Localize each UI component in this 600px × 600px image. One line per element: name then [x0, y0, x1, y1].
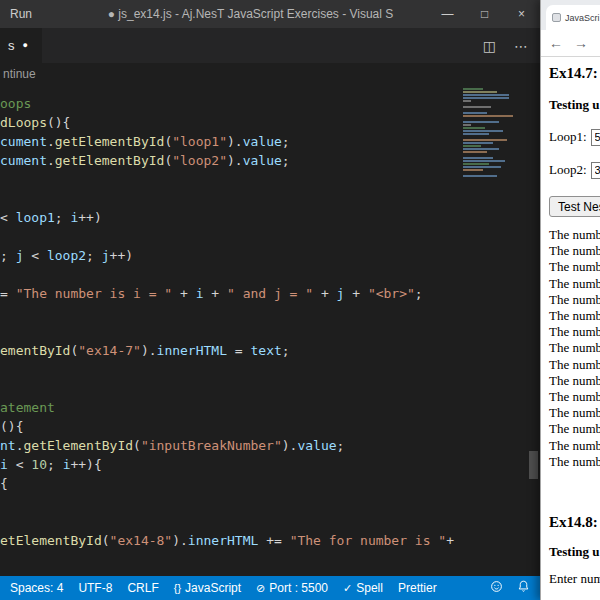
- browser-tab[interactable]: JavaScri: [546, 5, 600, 30]
- status-item-port-5500[interactable]: ⊘Port : 5500: [256, 581, 328, 595]
- code-line: [0, 170, 454, 189]
- maximize-button[interactable]: □: [466, 0, 503, 28]
- result-lines: The numbThe numbThe numbThe numbThe numb…: [549, 227, 600, 470]
- result-line: The numb: [549, 373, 600, 389]
- code-line: [0, 265, 454, 284]
- status-item-crlf[interactable]: CRLF: [127, 581, 158, 595]
- feedback-icon[interactable]: [490, 580, 503, 596]
- result-line: The numb: [549, 357, 600, 373]
- minimap-row: [463, 142, 493, 144]
- title-bar: Run ● js_ex14.js - Aj.NesT JavaScript Ex…: [0, 0, 540, 28]
- tab-favicon-icon: [552, 13, 561, 22]
- minimap-row: [463, 106, 491, 108]
- minimap[interactable]: [463, 88, 525, 178]
- code-line: ; j < loop2; j++): [0, 246, 454, 265]
- minimap-row: [463, 94, 509, 96]
- minimap-row: [463, 112, 487, 114]
- code-line: < loop1; i++): [0, 208, 454, 227]
- minimap-row: [463, 175, 497, 177]
- breadcrumb[interactable]: ntinue: [0, 63, 540, 85]
- minimap-row: [463, 148, 499, 150]
- bell-icon[interactable]: [517, 580, 530, 596]
- more-actions-icon[interactable]: ⋯: [514, 38, 528, 54]
- status-item-icon: ✓: [343, 582, 352, 595]
- minimap-row: [463, 145, 481, 147]
- minimize-button[interactable]: —: [429, 0, 466, 28]
- status-item-javascript[interactable]: {}JavaScript: [174, 581, 241, 595]
- loop1-label: Loop1:: [549, 129, 587, 145]
- result-line: The numb: [549, 454, 600, 470]
- code-line: [0, 303, 454, 322]
- prompt-text: Enter num: [549, 571, 600, 587]
- editor-scrollbar[interactable]: [529, 451, 538, 479]
- minimap-row: [463, 130, 503, 132]
- loop2-label: Loop2:: [549, 162, 587, 178]
- code-area: oopsdLoops(){cument.getElementById("loop…: [0, 94, 454, 550]
- minimap-row: [463, 163, 489, 165]
- minimap-row: [463, 157, 493, 159]
- minimap-row: [463, 121, 499, 123]
- tab-bar: s ● ◫ ⋯: [0, 28, 540, 63]
- result-line: The numb: [549, 308, 600, 324]
- forward-button[interactable]: →: [574, 35, 588, 51]
- minimap-row: [463, 88, 483, 90]
- minimap-row: [463, 139, 507, 141]
- result-line: The numb: [549, 227, 600, 243]
- code-line: = "The number is i = " + i + " and j = "…: [0, 284, 454, 303]
- editor-tab[interactable]: s ●: [0, 28, 42, 63]
- status-items: Spaces: 4UTF-8CRLF{}JavaScript⊘Port : 55…: [10, 581, 437, 595]
- code-line: i < 10; i++){: [0, 455, 454, 474]
- heading-ex14-8: Ex14.8: I: [549, 514, 600, 531]
- menu-item-run[interactable]: Run: [0, 0, 42, 28]
- code-line: ementById("ex14-7").innerHTML = text;: [0, 341, 454, 360]
- status-item-prettier[interactable]: Prettier: [398, 581, 437, 595]
- status-item-utf-8[interactable]: UTF-8: [78, 581, 112, 595]
- status-bar: Spaces: 4UTF-8CRLF{}JavaScript⊘Port : 55…: [0, 576, 540, 600]
- code-line: [0, 512, 454, 531]
- minimap-row: [463, 169, 483, 171]
- result-line: The numb: [549, 405, 600, 421]
- status-item-icon: {}: [174, 582, 181, 594]
- result-line: The numb: [549, 421, 600, 437]
- result-line: The numb: [549, 324, 600, 340]
- code-line: cument.getElementById("loop2").value;: [0, 151, 454, 170]
- minimap-row: [463, 100, 471, 102]
- result-line: The numb: [549, 389, 600, 405]
- editor: oopsdLoops(){cument.getElementById("loop…: [0, 85, 540, 576]
- minimap-row: [463, 133, 489, 135]
- browser-window: JavaScri ← → Ex14.7: N Testing u Loop1: …: [540, 0, 600, 600]
- code-line: nt.getElementById("inputBreakNumber").va…: [0, 436, 454, 455]
- minimap-row: [463, 151, 487, 153]
- page-content: Ex14.7: N Testing u Loop1: Loop2: Test N…: [541, 65, 600, 587]
- browser-tab-strip: JavaScri: [541, 0, 600, 30]
- heading-ex14-7: Ex14.7: N: [549, 65, 600, 82]
- code-line: oops: [0, 94, 454, 113]
- status-item-spaces-4[interactable]: Spaces: 4: [10, 581, 63, 595]
- status-item-spell[interactable]: ✓Spell: [343, 581, 383, 595]
- code-line: [0, 189, 454, 208]
- minimap-row: [463, 115, 513, 117]
- status-item-icon: ⊘: [256, 582, 265, 595]
- close-button[interactable]: ×: [503, 0, 540, 28]
- vscode-window: Run ● js_ex14.js - Aj.NesT JavaScript Ex…: [0, 0, 540, 600]
- minimap-row: [463, 124, 471, 126]
- result-line: The numb: [549, 276, 600, 292]
- minimap-row: [463, 97, 509, 99]
- test-nested-loops-button[interactable]: Test Nes: [549, 196, 600, 217]
- result-line: The numb: [549, 438, 600, 454]
- code-line: [0, 227, 454, 246]
- code-line: (){: [0, 417, 454, 436]
- back-button[interactable]: ←: [549, 35, 563, 51]
- loop2-input[interactable]: [591, 162, 600, 179]
- code-line: etElementById("ex14-8").innerHTML += "Th…: [0, 531, 454, 550]
- loop1-input[interactable]: [591, 129, 600, 146]
- subheading-ex14-7: Testing u: [549, 97, 600, 113]
- code-line: [0, 360, 454, 379]
- code-line: [0, 379, 454, 398]
- result-line: The numb: [549, 243, 600, 259]
- window-controls: — □ ×: [429, 0, 540, 28]
- minimap-row: [463, 127, 485, 129]
- code-line: dLoops(){: [0, 113, 454, 132]
- browser-nav: ← →: [541, 30, 600, 57]
- split-editor-icon[interactable]: ◫: [483, 38, 496, 54]
